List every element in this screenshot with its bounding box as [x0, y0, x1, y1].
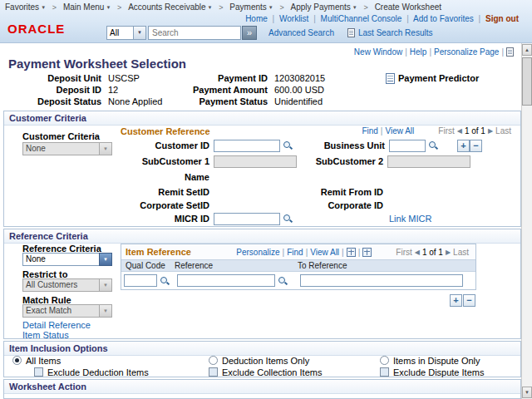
- corporate-setid-label: Corporate SetID: [121, 200, 214, 210]
- vertical-scrollbar[interactable]: ▲ ▼: [521, 43, 532, 399]
- checkbox-icon[interactable]: [34, 367, 43, 377]
- checkbox-exclude-collection-items[interactable]: Exclude Collection Items: [209, 367, 322, 377]
- checkbox-label: Exclude Collection Items: [222, 367, 322, 377]
- search-submit-button[interactable]: »: [242, 26, 257, 40]
- qual-code-input[interactable]: [124, 274, 157, 287]
- download-grid-icon[interactable]: [362, 248, 372, 257]
- delete-row-button[interactable]: −: [470, 140, 482, 152]
- column-header-reference: Reference: [175, 261, 298, 270]
- radio-icon[interactable]: [12, 356, 22, 365]
- chevron-down-icon: ▼: [106, 5, 111, 10]
- scroll-up-button[interactable]: ▲: [522, 44, 532, 56]
- payment-id-label: Payment ID: [191, 73, 274, 83]
- help-link[interactable]: Help: [410, 47, 427, 57]
- new-window-link[interactable]: New Window: [354, 47, 402, 57]
- delete-row-button[interactable]: −: [463, 294, 475, 307]
- checkbox-icon[interactable]: [380, 367, 389, 377]
- personalize-page-link[interactable]: Personalize Page: [434, 47, 499, 57]
- find-link[interactable]: Find: [362, 126, 377, 135]
- breadcrumb-item-favorites[interactable]: Favorites▼: [5, 2, 46, 12]
- last-label: Last: [453, 248, 469, 257]
- breadcrumb-item-main-menu[interactable]: Main Menu▼: [63, 2, 111, 12]
- grid-nav: Personalize | Find | View All | | First …: [236, 248, 471, 257]
- checkbox-exclude-deduction-items[interactable]: Exclude Deduction Items: [34, 367, 149, 377]
- chevron-down-icon: ▼: [41, 5, 46, 10]
- search-scope-value[interactable]: All: [106, 26, 134, 40]
- breadcrumb-item-create-worksheet: Create Worksheet: [375, 2, 441, 12]
- next-arrow-icon[interactable]: ▶: [488, 127, 493, 135]
- lookup-icon[interactable]: [427, 140, 439, 151]
- worklist-link[interactable]: Worklist: [279, 14, 308, 23]
- advanced-search-link[interactable]: Advanced Search: [268, 28, 334, 37]
- payment-predictor-icon[interactable]: [386, 73, 395, 84]
- item-status-link[interactable]: Item Status: [22, 330, 69, 340]
- customer-reference-nav: Find | View All First ◀ 1 of 1 ▶ Last: [362, 126, 514, 135]
- link-micr-link[interactable]: Link MICR: [389, 214, 431, 224]
- customer-criteria-value: None: [22, 142, 99, 155]
- breadcrumb-item-payments[interactable]: Payments▼: [229, 2, 273, 12]
- reference-input[interactable]: [177, 274, 275, 287]
- view-all-link[interactable]: View All: [310, 248, 339, 257]
- chevron-down-icon[interactable]: ▼: [134, 26, 146, 40]
- subcustomer1-input: [214, 155, 297, 168]
- last-search-results-link[interactable]: Last Search Results: [358, 28, 433, 37]
- lookup-icon[interactable]: [282, 213, 293, 224]
- radio-all-items[interactable]: All Items: [12, 355, 61, 366]
- find-link[interactable]: Find: [287, 248, 303, 257]
- checkbox-exclude-dispute-items[interactable]: Exclude Dispute Items: [380, 367, 484, 377]
- micr-id-input[interactable]: [214, 213, 280, 225]
- payment-amount-label: Payment Amount: [191, 85, 274, 95]
- deposit-status-label: Deposit Status: [0, 96, 108, 106]
- grid-column-headers: Qual Code Reference To Reference: [121, 259, 475, 272]
- match-rule-value: Exact Match: [22, 304, 99, 318]
- checkbox-label: Exclude Deduction Items: [47, 367, 149, 377]
- chevron-down-icon[interactable]: ▼: [99, 253, 112, 266]
- payment-predictor[interactable]: Payment Predictor: [386, 73, 479, 84]
- scrollbar-thumb[interactable]: [522, 57, 532, 106]
- zoom-grid-icon[interactable]: [347, 248, 356, 257]
- multichannel-console-link[interactable]: MultiChannel Console: [321, 14, 402, 23]
- subcustomer2-label: SubCustomer 2: [297, 156, 387, 166]
- view-all-link[interactable]: View All: [385, 126, 414, 135]
- lookup-icon[interactable]: [159, 275, 170, 287]
- radio-items-in-dispute-only[interactable]: Items in Dispute Only: [380, 355, 480, 366]
- radio-deduction-items-only[interactable]: Deduction Items Only: [209, 355, 309, 366]
- add-to-favorites-link[interactable]: Add to Favorites: [413, 14, 474, 23]
- detail-reference-link[interactable]: Detail Reference: [22, 320, 91, 330]
- customer-id-input[interactable]: [214, 140, 280, 152]
- breadcrumb-item-apply-payments[interactable]: Apply Payments▼: [291, 2, 357, 12]
- breadcrumb-label: Favorites: [5, 2, 39, 12]
- add-row-button[interactable]: +: [450, 294, 462, 307]
- page-title: Payment Worksheet Selection: [8, 57, 186, 71]
- breadcrumb-label: Payments: [229, 2, 266, 12]
- summary-row: Deposit ID 12 Payment Amount 600.00 USD: [0, 84, 479, 96]
- section-header: Item Inclusion Options: [4, 342, 520, 356]
- prev-arrow-icon[interactable]: ◀: [457, 127, 462, 135]
- subcustomer1-label: SubCustomer 1: [121, 156, 214, 166]
- separator: |: [406, 14, 409, 23]
- to-reference-input[interactable]: [300, 274, 463, 287]
- breadcrumb: Favorites▼ > Main Menu▼ > Accounts Recei…: [5, 2, 441, 12]
- add-row-button[interactable]: +: [457, 140, 470, 152]
- reference-criteria-select[interactable]: None ▼: [22, 253, 112, 266]
- lookup-icon[interactable]: [277, 275, 288, 287]
- row-counter: 1 of 1: [422, 248, 443, 257]
- breadcrumb-item-accounts-receivable[interactable]: Accounts Receivable▼: [128, 2, 212, 12]
- scroll-down-button[interactable]: ▼: [522, 387, 532, 398]
- separator: |: [501, 47, 504, 57]
- sign-out-link[interactable]: Sign out: [485, 14, 519, 23]
- personalize-link[interactable]: Personalize: [236, 248, 279, 257]
- next-arrow-icon[interactable]: ▶: [446, 249, 451, 256]
- prev-arrow-icon[interactable]: ◀: [415, 249, 420, 256]
- search-input[interactable]: [148, 26, 241, 40]
- section-header: Customer Criteria: [4, 111, 520, 126]
- radio-icon[interactable]: [380, 356, 389, 365]
- home-link[interactable]: Home: [245, 14, 268, 23]
- deposit-id-value: 12: [108, 85, 191, 95]
- business-unit-input[interactable]: [389, 140, 426, 152]
- checkbox-icon[interactable]: [209, 367, 218, 377]
- radio-icon[interactable]: [209, 356, 218, 365]
- notebook-icon[interactable]: [506, 47, 514, 57]
- lookup-icon[interactable]: [282, 140, 293, 151]
- summary-row: Deposit Status None Applied Payment Stat…: [0, 96, 479, 107]
